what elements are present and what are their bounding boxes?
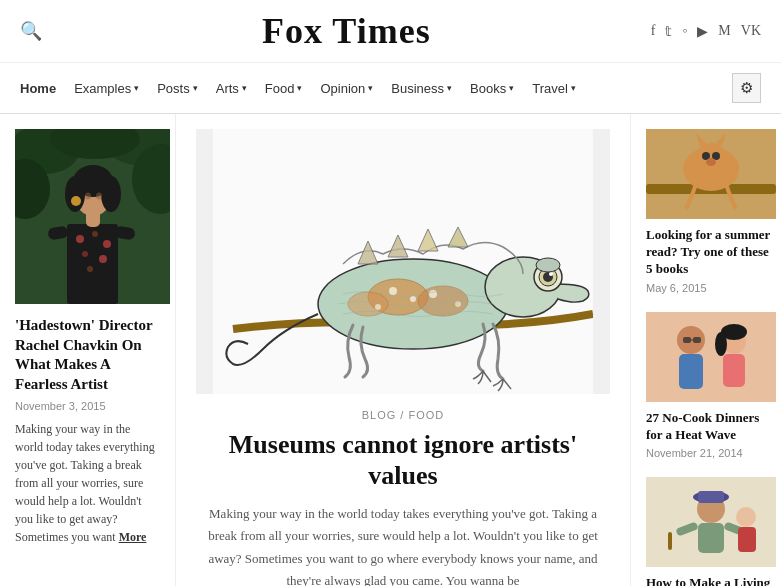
svg-point-49 <box>696 143 726 171</box>
nav-business[interactable]: Business▾ <box>391 81 452 96</box>
article-category: BLOG / FOOD <box>196 409 610 421</box>
right-article-1-title[interactable]: Looking for a summer read? Try one of th… <box>646 227 771 278</box>
svg-point-10 <box>82 251 88 257</box>
svg-point-8 <box>92 231 98 237</box>
instagram-icon[interactable]: ◦ <box>682 23 687 39</box>
svg-point-41 <box>375 304 381 310</box>
svg-point-54 <box>706 158 716 166</box>
main-content: 'Hadestown' Director Rachel Chavkin On W… <box>0 114 781 586</box>
svg-point-18 <box>71 196 81 206</box>
right-article-1: Looking for a summer read? Try one of th… <box>646 129 771 294</box>
svg-rect-68 <box>698 491 724 503</box>
right-article-2: 27 No-Cook Dinners for a Heat Wave Novem… <box>646 312 771 460</box>
svg-point-9 <box>103 240 111 248</box>
nav-travel[interactable]: Travel▾ <box>532 81 576 96</box>
svg-point-20 <box>96 193 102 200</box>
chevron-down-icon: ▾ <box>571 83 576 93</box>
site-header: 🔍 Fox Times f 𝕥 ◦ ▶ M VK <box>0 0 781 63</box>
article-hero-image[interactable] <box>196 129 610 394</box>
svg-rect-72 <box>668 532 672 550</box>
nav-examples[interactable]: Examples▾ <box>74 81 139 96</box>
left-sidebar: 'Hadestown' Director Rachel Chavkin On W… <box>0 114 175 586</box>
chevron-down-icon: ▾ <box>193 83 198 93</box>
svg-point-73 <box>736 507 756 527</box>
sidebar-article-date: November 3, 2015 <box>15 400 160 412</box>
svg-point-29 <box>549 272 553 276</box>
svg-rect-69 <box>698 523 724 553</box>
svg-rect-6 <box>67 224 118 304</box>
vk-icon[interactable]: VK <box>741 23 761 39</box>
right-article-2-date: November 21, 2014 <box>646 447 771 459</box>
svg-point-19 <box>85 193 91 200</box>
sidebar-article-excerpt: Making your way in the world today takes… <box>15 420 160 546</box>
svg-point-39 <box>410 296 416 302</box>
svg-rect-55 <box>646 312 776 402</box>
site-title: Fox Times <box>42 10 651 52</box>
sidebar-article-image[interactable] <box>15 129 170 304</box>
svg-point-16 <box>65 176 85 212</box>
chevron-down-icon: ▾ <box>509 83 514 93</box>
chevron-down-icon: ▾ <box>447 83 452 93</box>
nav-arts[interactable]: Arts▾ <box>216 81 247 96</box>
facebook-icon[interactable]: f <box>651 23 656 39</box>
right-article-2-image[interactable] <box>646 312 776 402</box>
right-article-3: How to Make a Living From Your Hobby Nov… <box>646 477 771 586</box>
nav-books[interactable]: Books▾ <box>470 81 514 96</box>
svg-rect-62 <box>723 354 745 387</box>
chevron-down-icon: ▾ <box>297 83 302 93</box>
center-content: BLOG / FOOD Museums cannot ignore artist… <box>175 114 631 586</box>
svg-rect-57 <box>679 354 703 389</box>
nav-home[interactable]: Home <box>20 81 56 96</box>
main-nav: Home Examples▾ Posts▾ Arts▾ Food▾ Opinio… <box>0 63 781 114</box>
settings-button[interactable]: ⚙ <box>732 73 761 103</box>
svg-point-7 <box>76 235 84 243</box>
right-article-3-image[interactable] <box>646 477 776 567</box>
right-article-2-title[interactable]: 27 No-Cook Dinners for a Heat Wave <box>646 410 771 444</box>
sidebar-article-title[interactable]: 'Hadestown' Director Rachel Chavkin On W… <box>15 316 160 394</box>
article-excerpt: Making your way in the world today takes… <box>196 503 610 586</box>
search-icon[interactable]: 🔍 <box>20 20 42 42</box>
svg-rect-58 <box>683 337 691 343</box>
article-title[interactable]: Museums cannot ignore artists' values <box>196 429 610 491</box>
medium-icon[interactable]: M <box>718 23 730 39</box>
chevron-down-icon: ▾ <box>368 83 373 93</box>
svg-point-30 <box>536 258 560 272</box>
youtube-icon[interactable]: ▶ <box>697 23 708 40</box>
svg-point-11 <box>99 255 107 263</box>
right-article-1-image[interactable] <box>646 129 776 219</box>
twitter-icon[interactable]: 𝕥 <box>665 23 672 40</box>
right-article-3-title[interactable]: How to Make a Living From Your Hobby <box>646 575 771 586</box>
chevron-down-icon: ▾ <box>134 83 139 93</box>
svg-point-38 <box>389 287 397 295</box>
right-sidebar: Looking for a summer read? Try one of th… <box>631 114 781 586</box>
category-blog[interactable]: BLOG <box>362 409 397 421</box>
nav-food[interactable]: Food▾ <box>265 81 303 96</box>
svg-point-40 <box>429 290 437 298</box>
svg-point-64 <box>715 332 727 356</box>
right-article-1-date: May 6, 2015 <box>646 282 771 294</box>
svg-point-17 <box>101 176 121 212</box>
nav-opinion[interactable]: Opinion▾ <box>320 81 373 96</box>
svg-rect-74 <box>738 527 756 552</box>
nav-posts[interactable]: Posts▾ <box>157 81 198 96</box>
read-more-link[interactable]: More <box>119 530 147 544</box>
svg-rect-59 <box>693 337 701 343</box>
svg-point-12 <box>87 266 93 272</box>
social-icons: f 𝕥 ◦ ▶ M VK <box>651 23 761 40</box>
category-food[interactable]: FOOD <box>408 409 444 421</box>
chevron-down-icon: ▾ <box>242 83 247 93</box>
